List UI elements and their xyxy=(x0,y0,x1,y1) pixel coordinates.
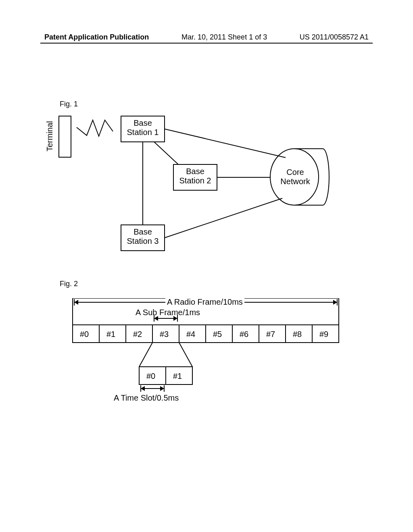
header-rule xyxy=(40,43,373,44)
sf-1: #1 xyxy=(106,330,115,339)
bs2-label: Base Station 2 xyxy=(173,167,217,185)
svg-line-19 xyxy=(179,343,192,367)
sf-6: #6 xyxy=(240,330,248,339)
header-right: US 2011/0058572 A1 xyxy=(300,33,369,42)
bs3-label: Base Station 3 xyxy=(121,227,165,246)
sf-7: #7 xyxy=(266,330,275,339)
link-bs3-core xyxy=(165,198,282,238)
figure-2: A Radio Frame/10ms A Sub Frame/1ms A Tim… xyxy=(69,298,351,419)
fig1-label: Fig. 1 xyxy=(60,100,78,108)
sf-0: #0 xyxy=(80,330,89,339)
page-header: Patent Application Publication Mar. 10, … xyxy=(0,33,413,42)
terminal-box xyxy=(59,116,71,157)
sf-8: #8 xyxy=(293,330,302,339)
sf-2: #2 xyxy=(133,330,142,339)
bs1-label: Base Station 1 xyxy=(121,118,165,137)
wireless-link-icon xyxy=(77,120,113,136)
sf-3: #3 xyxy=(160,330,169,339)
sf-5: #5 xyxy=(213,330,222,339)
sf-9: #9 xyxy=(319,330,328,339)
header-left: Patent Application Publication xyxy=(44,33,149,42)
sf-4: #4 xyxy=(186,330,195,339)
figure-1: Terminal Base Station 1 Base Station 2 B… xyxy=(56,111,363,272)
fig2-label: Fig. 2 xyxy=(60,280,78,288)
terminal-label: Terminal xyxy=(45,116,54,156)
slot-1: #1 xyxy=(173,372,182,381)
svg-line-18 xyxy=(139,343,152,367)
slot-0: #0 xyxy=(146,372,155,381)
fig1-svg xyxy=(56,111,363,272)
fig2-svg xyxy=(69,298,351,423)
sub-frame-label: A Sub Frame/1ms xyxy=(136,308,200,317)
header-center: Mar. 10, 2011 Sheet 1 of 3 xyxy=(181,33,267,42)
time-slot-label: A Time Slot/0.5ms xyxy=(114,393,179,403)
link-bs1-core xyxy=(165,129,286,158)
core-label: Core Network xyxy=(276,168,315,186)
radio-frame-label: A Radio Frame/10ms xyxy=(165,297,244,307)
link-bs1-bs2 xyxy=(154,142,178,164)
